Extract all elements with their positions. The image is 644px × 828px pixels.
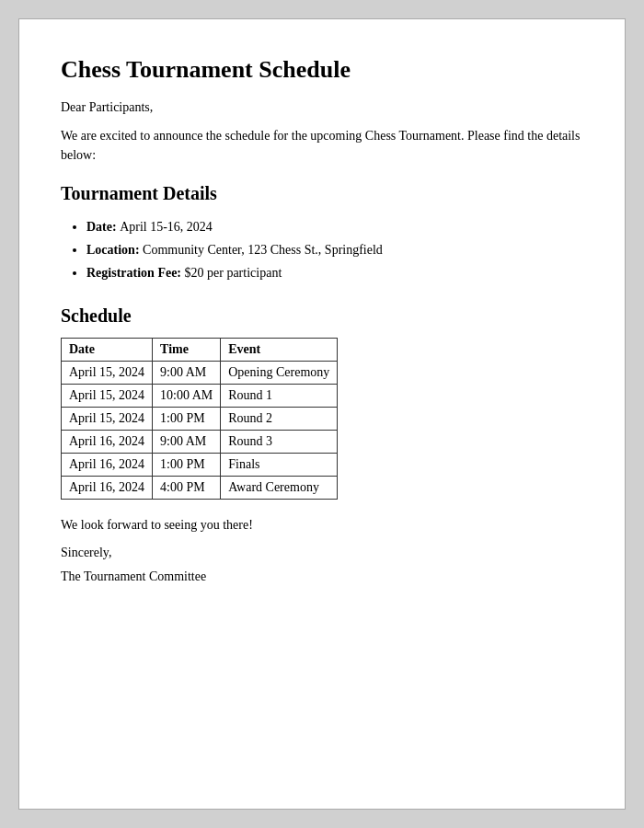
table-row: April 16, 20244:00 PMAward Ceremony: [62, 476, 338, 499]
greeting-text: Dear Participants,: [61, 100, 583, 115]
table-cell: Opening Ceremony: [221, 361, 338, 384]
table-header-cell: Time: [153, 338, 221, 361]
table-cell: April 15, 2024: [62, 384, 153, 407]
sincerely-text: Sincerely,: [61, 546, 583, 560]
schedule-section: Schedule DateTimeEvent April 15, 20249:0…: [61, 305, 583, 500]
table-cell: 4:00 PM: [153, 476, 221, 499]
table-cell: 9:00 AM: [153, 361, 221, 384]
table-cell: Award Ceremony: [221, 476, 338, 499]
list-item: Location: Community Center, 123 Chess St…: [86, 238, 583, 261]
table-header-row: DateTimeEvent: [62, 338, 338, 361]
table-cell: April 16, 2024: [62, 476, 153, 499]
table-cell: Round 3: [221, 430, 338, 453]
list-item: Date: April 15-16, 2024: [86, 215, 583, 238]
table-body: April 15, 20249:00 AMOpening CeremonyApr…: [62, 361, 338, 499]
table-cell: April 16, 2024: [62, 430, 153, 453]
list-item: Registration Fee: $20 per participant: [86, 261, 583, 284]
table-cell: April 15, 2024: [62, 361, 153, 384]
table-row: April 15, 20249:00 AMOpening Ceremony: [62, 361, 338, 384]
tournament-details-heading: Tournament Details: [61, 183, 583, 204]
signature-text: The Tournament Committee: [61, 569, 583, 584]
table-row: April 16, 20249:00 AMRound 3: [62, 430, 338, 453]
table-cell: 10:00 AM: [153, 384, 221, 407]
intro-text: We are excited to announce the schedule …: [61, 126, 583, 165]
table-row: April 16, 20241:00 PMFinals: [62, 453, 338, 476]
table-cell: April 15, 2024: [62, 407, 153, 430]
table-header: DateTimeEvent: [62, 338, 338, 361]
table-cell: 1:00 PM: [153, 407, 221, 430]
table-header-cell: Date: [62, 338, 153, 361]
table-cell: Round 2: [221, 407, 338, 430]
table-cell: Round 1: [221, 384, 338, 407]
table-cell: 9:00 AM: [153, 430, 221, 453]
tournament-details-list: Date: April 15-16, 2024Location: Communi…: [61, 215, 583, 285]
page-title: Chess Tournament Schedule: [61, 56, 583, 84]
schedule-heading: Schedule: [61, 305, 583, 327]
closing-text: We look forward to seeing you there!: [61, 518, 583, 533]
table-row: April 15, 202410:00 AMRound 1: [62, 384, 338, 407]
schedule-table: DateTimeEvent April 15, 20249:00 AMOpeni…: [61, 338, 338, 500]
table-cell: Finals: [221, 453, 338, 476]
table-cell: April 16, 2024: [62, 453, 153, 476]
table-row: April 15, 20241:00 PMRound 2: [62, 407, 338, 430]
table-header-cell: Event: [221, 338, 338, 361]
table-cell: 1:00 PM: [153, 453, 221, 476]
document-page: Chess Tournament Schedule Dear Participa…: [18, 18, 626, 810]
